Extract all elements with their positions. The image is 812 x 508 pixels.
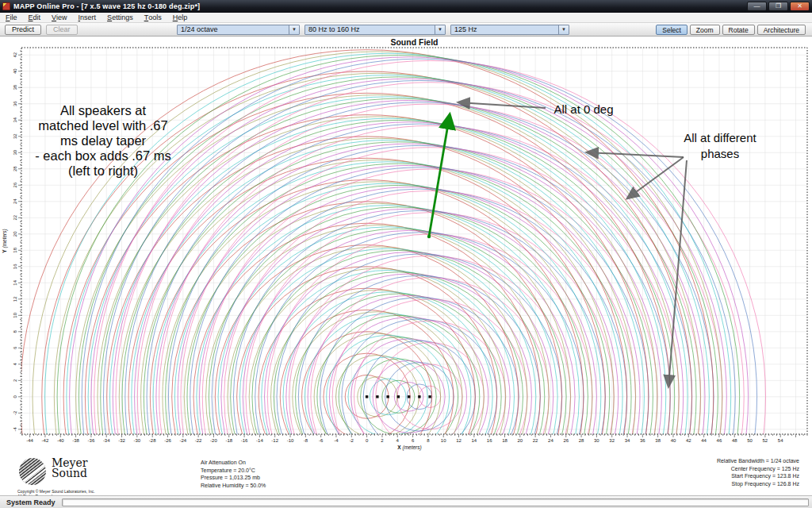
wavefront-ring: [231, 229, 566, 456]
menu-help[interactable]: Help: [167, 13, 193, 22]
y-tick-labels: -4-2024681012141618202224262830323436384…: [13, 52, 17, 431]
svg-text:8: 8: [427, 438, 430, 443]
svg-text:12: 12: [13, 296, 17, 302]
annotation-different-phases: phases: [701, 147, 739, 160]
svg-text:-16: -16: [241, 438, 248, 443]
wavefront-ring: [221, 209, 597, 456]
menu-bar: File Edit View Insert Settings Tools Hel…: [0, 13, 812, 23]
menu-tools[interactable]: Tools: [139, 13, 167, 22]
close-button[interactable]: ✕: [790, 2, 810, 11]
frequency-range-dropdown[interactable]: 80 Hz to 160 Hz ▼: [304, 25, 446, 35]
x-tick-labels: -44-42-40-38-36-34-32-30-28-26-24-22-20-…: [26, 438, 783, 443]
svg-text:18: 18: [13, 247, 17, 252]
svg-text:54: 54: [778, 438, 783, 443]
speaker-source-dot[interactable]: [376, 395, 378, 398]
svg-text:-8: -8: [304, 438, 308, 443]
annotation-different-phases: All at different: [684, 131, 756, 144]
svg-text:52: 52: [763, 438, 768, 443]
menu-edit[interactable]: Edit: [23, 13, 47, 22]
svg-text:-42: -42: [42, 438, 49, 443]
architecture-mode-button[interactable]: Architecture: [757, 25, 806, 35]
svg-text:40: 40: [13, 68, 17, 74]
chevron-down-icon[interactable]: ▼: [289, 25, 299, 34]
svg-text:-4: -4: [334, 438, 339, 443]
speaker-source-dot[interactable]: [366, 395, 368, 398]
wavefront-ring: [314, 333, 440, 456]
rotate-mode-button[interactable]: Rotate: [722, 25, 755, 35]
chevron-down-icon[interactable]: ▼: [558, 25, 569, 34]
annotation-delay-taper-note: ms delay taper: [60, 133, 147, 148]
svg-text:6: 6: [412, 438, 415, 443]
svg-text:-44: -44: [26, 438, 33, 443]
minimize-button[interactable]: —: [747, 2, 767, 11]
svg-text:-2: -2: [350, 438, 354, 443]
svg-text:34: 34: [13, 117, 17, 122]
speaker-source-dot[interactable]: [408, 395, 410, 398]
sound-field-plot[interactable]: -44-42-40-38-36-34-32-30-28-26-24-22-20-…: [0, 37, 812, 456]
bandwidth-dropdown[interactable]: 1/24 octave ▼: [177, 25, 300, 35]
svg-text:2: 2: [381, 438, 384, 443]
svg-text:44: 44: [701, 438, 707, 443]
menu-settings[interactable]: Settings: [102, 13, 139, 22]
svg-text:-40: -40: [57, 438, 64, 443]
center-frequency-value: 125 Hz: [451, 25, 558, 33]
select-mode-button[interactable]: Select: [656, 25, 688, 35]
wavefront-ring: [45, 53, 731, 456]
wavefront-ring: [144, 142, 653, 456]
environment-readout: Air Attenuation On Temperature = 20.0°C …: [201, 459, 266, 489]
svg-text:18: 18: [502, 438, 508, 443]
wavefront-ring: [277, 254, 562, 456]
app-icon: [2, 2, 10, 10]
svg-text:22: 22: [533, 438, 538, 443]
svg-text:24: 24: [13, 198, 17, 204]
wavefront-ring: [206, 225, 550, 456]
chevron-down-icon[interactable]: ▼: [435, 25, 445, 34]
toolbar: Predict Clear 1/24 octave ▼ 80 Hz to 160…: [0, 23, 812, 37]
menu-insert[interactable]: Insert: [73, 13, 102, 22]
restore-button[interactable]: ❐: [768, 2, 788, 11]
clear-button[interactable]: Clear: [46, 25, 78, 35]
speaker-source-dot[interactable]: [418, 395, 420, 398]
svg-text:-14: -14: [256, 438, 263, 443]
status-message-field: [62, 498, 809, 506]
svg-text:20: 20: [13, 231, 17, 237]
svg-text:-36: -36: [88, 438, 95, 443]
svg-text:32: 32: [13, 133, 17, 139]
wavefront-ring: [125, 102, 714, 456]
pressure: Pressure = 1,013.25 mb: [201, 474, 266, 482]
svg-text:-2: -2: [13, 410, 17, 415]
svg-text:20: 20: [517, 438, 523, 443]
svg-text:-38: -38: [72, 438, 79, 443]
window-title: MAPP Online Pro - [7 x.5 wave 125 hz 0-1…: [13, 2, 745, 10]
svg-text:4: 4: [13, 362, 17, 365]
svg-text:42: 42: [13, 52, 17, 57]
svg-text:-32: -32: [118, 438, 125, 443]
menu-view[interactable]: View: [46, 13, 73, 22]
svg-text:-34: -34: [103, 438, 110, 443]
center-frequency-dropdown[interactable]: 125 Hz ▼: [450, 25, 569, 35]
svg-text:14: 14: [471, 438, 477, 443]
svg-text:46: 46: [717, 438, 722, 443]
annotation-delay-taper-note: - each box adds .67 ms: [35, 148, 171, 163]
speaker-source-dot[interactable]: [428, 395, 431, 398]
annotation-delay-taper-note: (left to right): [68, 164, 138, 178]
zoom-mode-button[interactable]: Zoom: [690, 25, 720, 35]
speaker-source-dot[interactable]: [397, 395, 400, 398]
humidity: Relative Humidity = 50.0%: [201, 482, 266, 490]
svg-text:24: 24: [548, 438, 553, 443]
svg-text:32: 32: [609, 438, 615, 443]
menu-file[interactable]: File: [0, 13, 23, 22]
svg-text:-12: -12: [271, 438, 278, 443]
annotation-delay-taper-note: All speakers at: [60, 103, 147, 117]
speaker-source-dot[interactable]: [386, 395, 389, 398]
svg-text:-18: -18: [225, 438, 232, 443]
svg-text:-30: -30: [134, 438, 141, 443]
svg-text:38: 38: [655, 438, 661, 443]
svg-text:0: 0: [13, 395, 17, 398]
predict-button[interactable]: Predict: [5, 25, 41, 35]
annotation-zero-deg: All at 0 deg: [553, 102, 613, 116]
chart-title: Sound Field: [390, 37, 438, 47]
svg-text:12: 12: [456, 438, 462, 443]
wavefront-ring: [212, 189, 627, 456]
frequency-readout: Relative Bandwidth = 1/24 octave Center …: [717, 457, 799, 487]
